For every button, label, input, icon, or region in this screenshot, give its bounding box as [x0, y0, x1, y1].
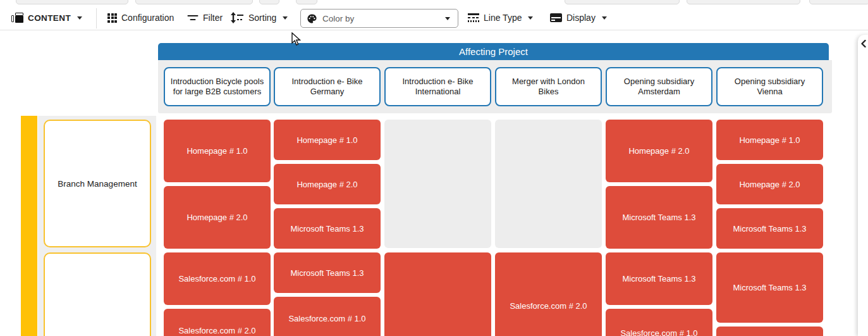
- matrix-report-app: CONTENT Configuration Filter Sorting Col…: [0, 0, 868, 336]
- line-type-label: Line Type: [484, 13, 522, 23]
- top-bar-fragment: [135, 0, 253, 4]
- display-label: Display: [566, 13, 596, 23]
- column-axis-title: Affecting Project: [158, 43, 829, 60]
- application-card[interactable]: Homepage # 1.0: [274, 120, 381, 160]
- color-by-label: Color by: [322, 14, 438, 23]
- application-card[interactable]: [384, 252, 491, 336]
- expand-panel-button[interactable]: [860, 40, 867, 47]
- application-card[interactable]: Microsoft Teams 1.3: [274, 208, 381, 249]
- filter-icon: [187, 14, 199, 22]
- configuration-button[interactable]: Configuration: [107, 6, 174, 30]
- content-menu-label: CONTENT: [28, 13, 71, 23]
- top-bar-fragment: [687, 0, 800, 4]
- chevron-down-icon: [283, 16, 288, 20]
- column-header[interactable]: Opening subsidiary Vienna: [716, 67, 823, 106]
- content-view-icon: [11, 13, 23, 23]
- application-card[interactable]: Homepage # 2.0: [606, 120, 712, 182]
- line-type-button[interactable]: Line Type: [468, 6, 533, 30]
- empty-cell: [495, 120, 602, 248]
- application-card[interactable]: Homepage # 2.0: [274, 164, 381, 204]
- content-menu-button[interactable]: CONTENT: [11, 6, 82, 30]
- filter-label: Filter: [203, 13, 223, 23]
- display-icon: [550, 13, 562, 22]
- sorting-button[interactable]: Sorting: [230, 6, 288, 30]
- application-card[interactable]: Homepage # 1.0: [716, 120, 823, 160]
- column-header[interactable]: Introduction e- Bike International: [384, 67, 491, 106]
- top-bar-fragment: [259, 0, 279, 4]
- empty-cell: [384, 120, 491, 248]
- column-axis-title-text: Affecting Project: [459, 46, 528, 57]
- toolbar-divider: [96, 8, 97, 28]
- configuration-label: Configuration: [121, 13, 174, 23]
- application-card[interactable]: Homepage # 2.0: [716, 164, 823, 204]
- column-header[interactable]: Introduction e- Bike Germany: [274, 67, 381, 106]
- palette-icon: [307, 13, 317, 24]
- application-card[interactable]: Salesforce.com # 2.0: [164, 309, 271, 336]
- column-header[interactable]: Opening subsidiary Amsterdam: [606, 67, 712, 106]
- application-card[interactable]: Microsoft Teams 1.3: [606, 252, 712, 305]
- filter-button[interactable]: Filter: [187, 6, 223, 30]
- application-card[interactable]: Salesforce.com # 1.0: [274, 297, 381, 336]
- top-bar-fragment: [809, 0, 868, 4]
- application-card[interactable]: Salesforce.com # 1.0: [606, 309, 712, 336]
- chevron-down-icon: [77, 16, 82, 20]
- application-card[interactable]: Salesforce.com # 1.0: [164, 252, 271, 305]
- application-card[interactable]: Microsoft Teams 1.3: [274, 252, 381, 293]
- top-bar-fragment: [16, 0, 128, 4]
- row-header[interactable]: Branch Management: [44, 120, 151, 247]
- application-card[interactable]: Homepage # 1.0: [164, 120, 271, 182]
- chevron-down-icon: [528, 16, 533, 20]
- column-header[interactable]: Introduction Bicycle pools for large B2B…: [164, 67, 271, 106]
- application-card[interactable]: Microsoft Teams 1.3: [716, 252, 823, 323]
- grid-icon: [107, 13, 117, 23]
- top-bar-fragment: [565, 0, 680, 4]
- line-type-icon: [468, 13, 479, 22]
- color-by-select[interactable]: Color by: [300, 9, 458, 28]
- sort-icon: [230, 12, 244, 23]
- chevron-down-icon: [602, 16, 607, 20]
- application-card[interactable]: [716, 327, 823, 336]
- application-card[interactable]: Homepage # 2.0: [164, 186, 271, 249]
- column-header[interactable]: Merger with London Bikes: [495, 67, 602, 106]
- application-card[interactable]: Salesforce.com # 2.0: [495, 252, 602, 336]
- top-bar-fragment: [296, 0, 317, 4]
- display-button[interactable]: Display: [550, 6, 607, 30]
- row-axis-bar: [21, 116, 37, 336]
- row-header[interactable]: [44, 252, 151, 336]
- mouse-cursor: [291, 32, 302, 46]
- chevron-down-icon: [445, 17, 450, 20]
- application-card[interactable]: Microsoft Teams 1.3: [716, 208, 823, 249]
- sorting-label: Sorting: [248, 13, 276, 23]
- right-panel-collapsed: [858, 35, 868, 336]
- application-card[interactable]: Microsoft Teams 1.3: [606, 186, 712, 249]
- toolbar: CONTENT Configuration Filter Sorting Col…: [0, 6, 868, 30]
